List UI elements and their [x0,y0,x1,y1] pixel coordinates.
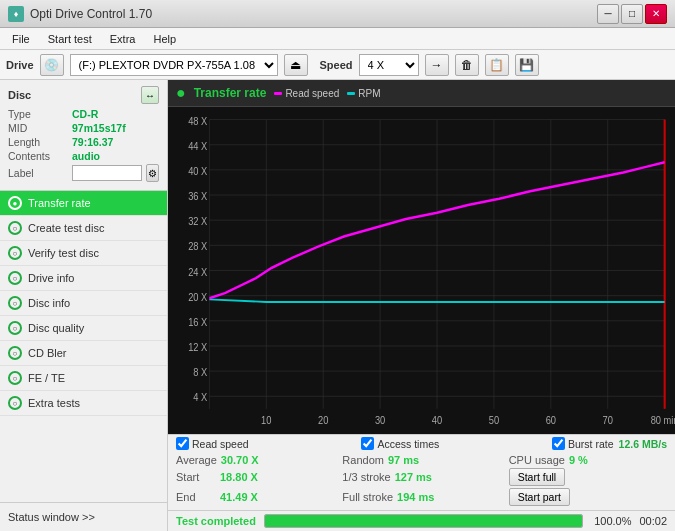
stat-full-stroke-key: Full stroke [342,491,393,503]
disc-title: Disc [8,89,31,101]
disc-type-key: Type [8,108,68,120]
label-settings-button[interactable]: ⚙ [146,164,159,182]
nav-label-drive-info: Drive info [28,272,74,284]
disc-label-input[interactable] [72,165,142,181]
drive-info-icon: ○ [8,271,22,285]
status-window-button[interactable]: Status window >> [0,507,167,527]
read-speed-checkbox[interactable] [176,437,189,450]
disc-contents-row: Contents audio [8,150,159,162]
read-speed-checkbox-label[interactable]: Read speed [176,437,249,450]
stat-start-key: Start [176,471,216,483]
access-times-checkbox-label[interactable]: Access times [361,437,439,450]
disc-contents-val: audio [72,150,100,162]
progress-time: 00:02 [639,515,667,527]
start-full-button[interactable]: Start full [509,468,566,486]
nav-item-extra-tests[interactable]: ○ Extra tests [0,391,167,416]
copy-button[interactable]: 📋 [485,54,509,76]
stat-start-val: 18.80 X [220,471,270,483]
stat-random-key: Random [342,454,384,466]
read-speed-label: Read speed [192,438,249,450]
extra-tests-icon: ○ [8,396,22,410]
burst-rate-value: 12.6 MB/s [619,438,667,450]
title-bar: ♦ Opti Drive Control 1.70 ─ □ ✕ [0,0,675,28]
clear-button[interactable]: 🗑 [455,54,479,76]
drive-icon-button[interactable]: 💿 [40,54,64,76]
chart-title: Transfer rate [194,86,267,100]
cd-bler-icon: ○ [8,346,22,360]
save-button[interactable]: 💾 [515,54,539,76]
drive-bar: Drive 💿 (F:) PLEXTOR DVDR PX-755A 1.08 ⏏… [0,50,675,80]
stat-full-stroke-val: 194 ms [397,491,447,503]
stat-random-val: 97 ms [388,454,438,466]
progress-status-label: Test completed [176,515,256,527]
svg-text:30: 30 [375,414,386,426]
legend-rpm-dot [347,92,355,95]
speed-select[interactable]: 4 X [359,54,419,76]
stat-average-key: Average [176,454,217,466]
menu-start-test[interactable]: Start test [40,31,100,47]
speed-label: Speed [320,59,353,71]
legend-read-speed: Read speed [274,88,339,99]
stats-bar: Read speed Access times Burst rate 12.6 … [168,434,675,452]
stat-row-third-stroke: 1/3 stroke 127 ms [342,468,500,486]
nav-label-verify-test-disc: Verify test disc [28,247,99,259]
stat-row-start-full: Start full [509,468,667,486]
progress-bar-container: Test completed 100.0% 00:02 [168,510,675,531]
svg-text:36 X: 36 X [188,190,207,202]
nav-label-fe-te: FE / TE [28,372,65,384]
verify-test-disc-icon: ○ [8,246,22,260]
app-title: Opti Drive Control 1.70 [30,7,152,21]
stat-row-random: Random 97 ms [342,454,500,466]
svg-text:48 X: 48 X [188,115,207,127]
legend-rpm-label: RPM [358,88,380,99]
disc-type-val: CD-R [72,108,98,120]
minimize-button[interactable]: ─ [597,4,619,24]
nav-item-create-test-disc[interactable]: ○ Create test disc [0,216,167,241]
nav-item-drive-info[interactable]: ○ Drive info [0,266,167,291]
burst-rate-label: Burst rate [568,438,614,450]
chart-header-icon: ● [176,84,186,102]
maximize-button[interactable]: □ [621,4,643,24]
window-controls: ─ □ ✕ [597,4,667,24]
menu-extra[interactable]: Extra [102,31,144,47]
drive-label: Drive [6,59,34,71]
create-test-disc-icon: ○ [8,221,22,235]
menu-help[interactable]: Help [145,31,184,47]
stats-table: Average 30.70 X Random 97 ms CPU usage 9… [168,452,675,510]
stat-third-stroke-val: 127 ms [395,471,445,483]
disc-length-row: Length 79:16.37 [8,136,159,148]
stat-row-end: End 41.49 X [176,488,334,506]
eject-button[interactable]: ⏏ [284,54,308,76]
speed-arrow-button[interactable]: → [425,54,449,76]
sidebar-bottom: Status window >> [0,502,167,531]
nav-item-transfer-rate[interactable]: ● Transfer rate [0,191,167,216]
start-part-button[interactable]: Start part [509,488,570,506]
stat-end-val: 41.49 X [220,491,270,503]
burst-rate-checkbox-label[interactable]: Burst rate 12.6 MB/s [552,437,667,450]
svg-text:8 X: 8 X [193,366,207,378]
stat-row-start: Start 18.80 X [176,468,334,486]
sidebar: Disc ↔ Type CD-R MID 97m15s17f Length 79… [0,80,168,531]
stat-row-cpu: CPU usage 9 % [509,454,667,466]
progress-fill [265,515,583,527]
svg-text:4 X: 4 X [193,391,207,403]
svg-text:16 X: 16 X [188,316,207,328]
disc-contents-key: Contents [8,150,68,162]
close-button[interactable]: ✕ [645,4,667,24]
legend-rpm: RPM [347,88,380,99]
disc-arrow-button[interactable]: ↔ [141,86,159,104]
svg-text:40 X: 40 X [188,165,207,177]
chart-header: ● Transfer rate Read speed RPM [168,80,675,107]
legend-read-speed-dot [274,92,282,95]
nav-item-disc-info[interactable]: ○ Disc info [0,291,167,316]
nav-item-verify-test-disc[interactable]: ○ Verify test disc [0,241,167,266]
title-bar-left: ♦ Opti Drive Control 1.70 [8,6,152,22]
nav-item-fe-te[interactable]: ○ FE / TE [0,366,167,391]
access-times-checkbox[interactable] [361,437,374,450]
disc-header: Disc ↔ [8,86,159,104]
drive-select[interactable]: (F:) PLEXTOR DVDR PX-755A 1.08 [70,54,278,76]
nav-item-disc-quality[interactable]: ○ Disc quality [0,316,167,341]
nav-item-cd-bler[interactable]: ○ CD Bler [0,341,167,366]
menu-file[interactable]: File [4,31,38,47]
burst-rate-checkbox[interactable] [552,437,565,450]
